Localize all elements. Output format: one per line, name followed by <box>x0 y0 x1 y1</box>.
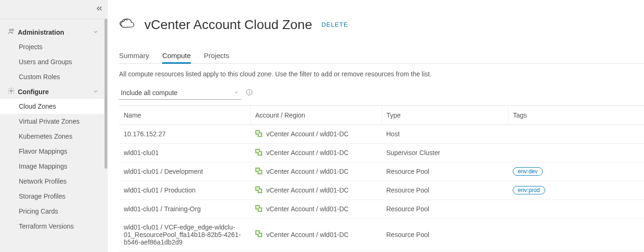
chevron-down-icon <box>233 89 239 96</box>
nav-section-configure[interactable]: Configure <box>0 84 104 99</box>
delete-button[interactable]: DELETE <box>322 21 348 28</box>
filter-info-icon[interactable] <box>246 89 253 97</box>
admin-icon <box>7 28 15 37</box>
svg-point-5 <box>249 91 250 91</box>
tabs: Summary Compute Projects <box>119 48 644 64</box>
column-header-name[interactable]: Name <box>119 105 250 125</box>
svg-rect-25 <box>259 208 261 211</box>
column-header-type[interactable]: Type <box>382 105 508 125</box>
cell-account: vCenter Account / wld01-DC <box>266 186 349 194</box>
column-header-tags[interactable]: Tags <box>508 105 644 125</box>
cell-tags: env:dev <box>508 162 644 181</box>
table-row[interactable]: wld01-clu01 / Training-OrgvCenter Accoun… <box>119 200 644 218</box>
table-row[interactable]: wld01-clu01 / DevelopmentvCenter Account… <box>119 162 644 181</box>
cell-type: Resource Pool <box>382 218 508 251</box>
sidebar-item-cloud-zones[interactable]: Cloud Zones <box>0 99 104 114</box>
table-row[interactable]: 10.176.152.27vCenter Account / wld01-DCH… <box>119 125 644 143</box>
cell-name: 10.176.152.27 <box>124 130 241 138</box>
cell-tags: env:prod <box>508 181 644 200</box>
tag-pill: env:dev <box>513 167 543 176</box>
vcenter-icon <box>255 167 262 176</box>
table-row[interactable]: wld01-clu01 / VCF-edge_edge-wldclu-01_Re… <box>119 218 644 251</box>
table-row[interactable]: wld01-clu01 / ProductionvCenter Account … <box>119 181 644 200</box>
svg-rect-21 <box>259 190 261 192</box>
vcenter-icon <box>255 148 262 157</box>
compute-table: Name Account / Region Type Tags 10.176.1… <box>119 105 644 251</box>
vcenter-icon <box>255 130 262 139</box>
chevron-down-icon <box>93 29 98 36</box>
cell-tags <box>508 218 644 251</box>
svg-rect-8 <box>256 131 259 133</box>
svg-rect-28 <box>256 231 259 234</box>
cloud-zone-icon <box>119 16 135 33</box>
sidebar-item-custom-roles[interactable]: Custom Roles <box>0 69 104 84</box>
sidebar-item-image-mappings[interactable]: Image Mappings <box>0 159 104 174</box>
sidebar: AdministrationProjectsUsers and GroupsCu… <box>0 0 108 252</box>
tab-summary[interactable]: Summary <box>119 48 149 63</box>
svg-rect-20 <box>256 187 259 190</box>
cell-name: wld01-clu01 / Training-Org <box>124 205 241 213</box>
cell-tags <box>508 125 644 143</box>
cell-name: wld01-clu01 / Production <box>124 186 241 194</box>
tag-pill: env:prod <box>513 186 545 194</box>
column-header-account[interactable]: Account / Region <box>250 105 382 125</box>
svg-rect-24 <box>256 206 259 208</box>
nav-section-label: Configure <box>18 88 49 96</box>
svg-point-2 <box>10 90 12 92</box>
cell-name: wld01-clu01 / Development <box>124 168 241 175</box>
svg-point-0 <box>9 29 11 31</box>
svg-rect-13 <box>259 152 261 155</box>
sidebar-item-storage-profiles[interactable]: Storage Profiles <box>0 189 104 204</box>
cell-type: Resource Pool <box>382 181 508 200</box>
cell-account: vCenter Account / wld01-DC <box>266 205 349 213</box>
chevron-down-icon <box>93 88 98 96</box>
sidebar-item-pricing-cards[interactable]: Pricing Cards <box>0 204 104 219</box>
compute-filter-value: Include all compute <box>121 89 178 96</box>
cell-account: vCenter Account / wld01-DC <box>266 231 349 238</box>
sidebar-scroll-thumb[interactable] <box>105 19 107 169</box>
tab-projects[interactable]: Projects <box>204 48 229 63</box>
main-content: vCenter Account Cloud Zone DELETE Summar… <box>108 0 644 252</box>
table-row[interactable]: wld01-clu01vCenter Account / wld01-DCSup… <box>119 143 644 162</box>
sidebar-collapse-button[interactable] <box>96 5 103 14</box>
cell-tags <box>508 143 644 162</box>
cell-account: vCenter Account / wld01-DC <box>266 130 349 138</box>
cell-type: Resource Pool <box>382 162 508 181</box>
compute-description: All compute resources listed apply to th… <box>119 70 644 78</box>
sidebar-item-network-profiles[interactable]: Network Profiles <box>0 174 104 189</box>
sidebar-item-flavor-mappings[interactable]: Flavor Mappings <box>0 144 104 159</box>
cell-tags <box>508 200 644 218</box>
cell-name: wld01-clu01 / VCF-edge_edge-wldclu-01_Re… <box>124 223 241 246</box>
cell-type: Host <box>382 125 508 143</box>
nav-section-label: Administration <box>18 29 64 36</box>
chevron-double-left-icon <box>96 5 103 12</box>
sidebar-item-users-groups[interactable]: Users and Groups <box>0 54 104 69</box>
sidebar-item-vpz[interactable]: Virtual Private Zones <box>0 114 104 129</box>
compute-filter-select[interactable]: Include all compute <box>119 86 241 100</box>
cell-name: wld01-clu01 <box>124 149 241 156</box>
svg-rect-29 <box>259 234 261 236</box>
svg-rect-16 <box>256 169 259 171</box>
cell-account: vCenter Account / wld01-DC <box>266 149 349 156</box>
page-title: vCenter Account Cloud Zone <box>144 17 312 32</box>
sidebar-item-projects[interactable]: Projects <box>0 39 104 54</box>
svg-rect-9 <box>259 133 261 136</box>
svg-point-1 <box>12 29 14 30</box>
vcenter-icon <box>255 186 262 195</box>
cell-type: Resource Pool <box>382 200 508 218</box>
tab-compute[interactable]: Compute <box>162 48 191 63</box>
vcenter-icon <box>255 230 262 239</box>
sidebar-scrollbar[interactable] <box>104 19 108 252</box>
cell-account: vCenter Account / wld01-DC <box>266 168 349 175</box>
svg-rect-12 <box>256 150 259 152</box>
sidebar-item-k8s-zones[interactable]: Kubernetes Zones <box>0 129 104 144</box>
sidebar-item-terraform-versions[interactable]: Terraform Versions <box>0 219 104 234</box>
configure-icon <box>7 87 15 96</box>
cell-type: Supervisor Cluster <box>382 143 508 162</box>
nav-section-admin[interactable]: Administration <box>0 25 104 39</box>
vcenter-icon <box>255 205 262 214</box>
svg-rect-17 <box>259 171 261 173</box>
